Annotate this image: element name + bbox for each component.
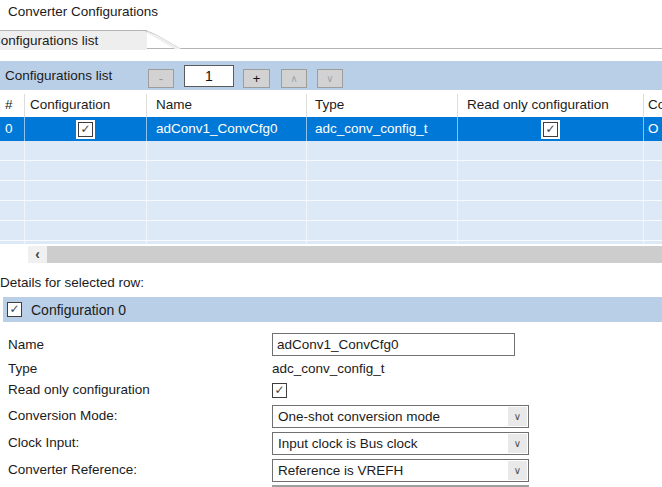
add-configuration-button[interactable]: + <box>243 69 270 88</box>
configuration-checkbox[interactable]: ✓ <box>78 122 93 137</box>
read-only-checkbox[interactable]: ✓ <box>543 122 558 137</box>
chevron-up-icon: ∧ <box>290 73 297 84</box>
empty-row <box>0 221 662 241</box>
empty-row <box>0 241 662 244</box>
converter-reference-label: Converter Reference: <box>8 462 137 477</box>
name-field-label: Name <box>8 337 44 352</box>
converter-configurations-panel: Converter Configurations Configurations … <box>0 0 662 487</box>
move-down-button[interactable]: ∨ <box>317 69 343 88</box>
clock-input-label: Clock Input: <box>8 435 79 450</box>
chevron-down-icon: ∨ <box>508 407 527 426</box>
table-row-selected[interactable]: 0 ✓ adConv1_ConvCfg0 adc_conv_config_t ✓… <box>0 117 662 141</box>
row-configuration-cell: ✓ <box>25 117 147 141</box>
row-name: adConv1_ConvCfg0 <box>147 117 307 141</box>
conversion-mode-value: One-shot conversion mode <box>278 406 440 427</box>
table-empty-rows <box>0 141 662 244</box>
details-heading: Details for selected row: <box>0 275 144 290</box>
column-header-read-only: Read only configuration <box>458 94 644 117</box>
column-header-index: # <box>0 94 25 117</box>
row-type: adc_conv_config_t <box>307 117 458 141</box>
type-value: adc_conv_config_t <box>272 361 385 376</box>
empty-row <box>0 181 662 201</box>
clock-input-select[interactable]: Input clock is Bus clock ∨ <box>272 432 529 455</box>
page-title: Converter Configurations <box>8 4 158 19</box>
move-up-button[interactable]: ∧ <box>281 69 307 88</box>
chevron-down-icon: ∨ <box>326 73 333 84</box>
converter-reference-value: Reference is VREFH <box>278 460 403 481</box>
scroll-left-button[interactable]: ‹ <box>28 246 47 263</box>
configurations-list-toolbar: Configurations list - + ∧ ∨ <box>0 61 662 90</box>
read-only-detail-checkbox[interactable]: ✓ <box>272 383 287 398</box>
empty-row <box>0 201 662 221</box>
conversion-mode-label: Conversion Mode: <box>8 408 118 423</box>
toolbar-title: Configurations list <box>5 61 112 90</box>
remove-configuration-button[interactable]: - <box>148 69 174 88</box>
column-header-configuration: Configuration <box>25 94 147 117</box>
empty-row <box>0 141 662 161</box>
plus-icon: + <box>253 71 261 86</box>
table-header-row: # Configuration Name Type Read only conf… <box>0 94 662 117</box>
configuration-count-input[interactable] <box>184 65 234 87</box>
tab-label: Configurations list <box>0 33 98 48</box>
row-index: 0 <box>0 117 25 141</box>
configuration-group-header: ✓ Configuration 0 <box>3 297 662 322</box>
chevron-down-icon: ∨ <box>508 461 527 480</box>
converter-reference-select[interactable]: Reference is VREFH ∨ <box>272 459 529 482</box>
configuration-group-checkbox[interactable]: ✓ <box>7 302 22 317</box>
scroll-left-icon: ‹ <box>35 246 40 262</box>
row-clipped-value: O <box>644 117 662 141</box>
checkmark-icon: ✓ <box>545 123 555 135</box>
column-header-name: Name <box>147 94 307 117</box>
checkmark-icon: ✓ <box>274 384 284 396</box>
horizontal-scrollbar-thumb[interactable] <box>47 246 662 263</box>
conversion-mode-select[interactable]: One-shot conversion mode ∨ <box>272 405 529 428</box>
read-only-field-label: Read only configuration <box>8 382 150 397</box>
name-input[interactable] <box>272 333 515 356</box>
minus-icon: - <box>159 71 163 86</box>
configuration-group-label: Configuration 0 <box>31 302 126 318</box>
row-read-only-cell: ✓ <box>458 117 644 141</box>
checkmark-icon: ✓ <box>9 303 19 315</box>
clock-input-value: Input clock is Bus clock <box>278 433 418 454</box>
chevron-down-icon: ∨ <box>508 434 527 453</box>
tab-configurations-list[interactable]: Configurations list <box>0 30 147 50</box>
tab-swoosh-edge <box>142 30 182 49</box>
checkmark-icon: ✓ <box>80 123 90 135</box>
column-header-clipped: Co <box>644 94 662 117</box>
empty-row <box>0 161 662 181</box>
type-field-label: Type <box>8 361 37 376</box>
column-header-type: Type <box>307 94 458 117</box>
